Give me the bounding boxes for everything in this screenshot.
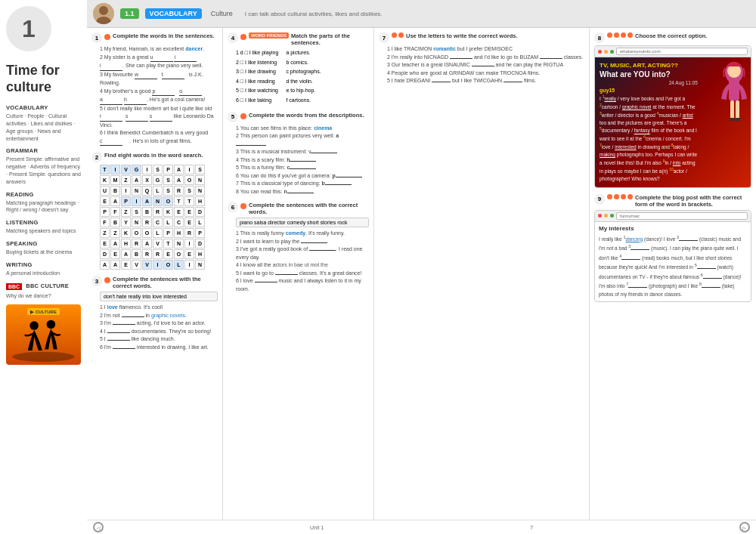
word-search-cell: O: [184, 175, 194, 185]
svg-rect-11: [729, 118, 735, 121]
word-search-cell: T: [100, 165, 110, 174]
exercise-1: 1 Complete the words in the sentences. 1…: [91, 32, 218, 146]
word-search-cell: L: [153, 228, 163, 238]
orange-dot-3: [104, 277, 110, 283]
blog-post: funnymac My interests I really like 1dan…: [594, 210, 751, 303]
orange-dot: [104, 34, 110, 40]
word-search-cell: N: [153, 196, 163, 206]
column-2: 4 WORD FRIENDS Match the parts of the se…: [223, 28, 374, 520]
word-search-cell: O: [142, 228, 152, 238]
svg-point-0: [12, 352, 75, 362]
word-bank-6: piano salsa director comedy short storie…: [236, 218, 369, 227]
footer-unit-label: Unit 1: [310, 525, 324, 530]
lesson-badge: 1.1: [120, 8, 139, 19]
sidebar-grammar: GRAMMAR Present Simple: affirmative and …: [6, 147, 81, 185]
word-search-cell: A: [110, 239, 120, 248]
page: 1 Time for culture VOCABULARY Culture · …: [0, 0, 756, 534]
word-search-cell: N: [195, 260, 205, 270]
word-search-cell: H: [121, 239, 131, 248]
word-search-cell: F: [110, 207, 120, 217]
bbc-logo: BBC: [6, 283, 22, 290]
word-search-cell: R: [153, 207, 163, 217]
browser-mockup: whatareyouinto.com: [594, 45, 751, 188]
header-bar: 1.1 VOCABULARY Culture I can talk about …: [87, 0, 756, 28]
word-search-cell: S: [184, 186, 194, 196]
header-topic: Culture: [211, 10, 233, 17]
word-search-cell: K: [121, 228, 131, 238]
word-search-cell: K: [100, 175, 110, 185]
word-search-cell: A: [142, 239, 152, 248]
exercise-6: 6 Complete the sentences with the correc…: [228, 202, 369, 293]
unit-number: 1: [6, 6, 51, 51]
dot-row-8: [607, 32, 633, 38]
word-search-cell: N: [132, 186, 141, 196]
word-search-cell: C: [153, 218, 163, 227]
browser-bar: whatareyouinto.com: [595, 46, 751, 57]
culture-image: ▶ CULTURE: [6, 304, 81, 365]
word-search-cell: N: [195, 186, 205, 196]
chat-time: 24 Aug 11:05: [600, 80, 698, 85]
word-search-cell: A: [132, 175, 141, 185]
word-search-cell: B: [142, 207, 152, 217]
word-search-cell: A: [110, 196, 120, 206]
word-search-cell: E: [184, 249, 194, 259]
word-search-cell: Z: [121, 207, 131, 217]
word-search-cell: Z: [110, 228, 120, 238]
match-right: a pictures. b comics. c photographs. d t…: [286, 48, 321, 106]
footer-page-num-right: ▷: [739, 522, 750, 532]
word-search-cell: P: [163, 165, 173, 174]
svg-rect-9: [730, 100, 734, 119]
exercise-3: 3 Complete the sentences with the correc…: [91, 276, 218, 351]
page-footer: ◁ Unit 1 7 ▷: [87, 520, 756, 534]
word-search-cell: A: [174, 175, 184, 185]
word-search-cell: N: [132, 218, 141, 227]
exercise-8: 8 Choose the correct option.: [594, 32, 751, 188]
word-search-cell: N: [195, 175, 205, 185]
vocab-badge: VOCABULARY: [145, 8, 202, 19]
footer-page-number: 7: [530, 525, 533, 530]
svg-point-2: [47, 320, 56, 329]
blog-max-dot: [610, 214, 614, 218]
word-search-cell: D: [195, 239, 205, 248]
exercise-4: 4 WORD FRIENDS Match the parts of the se…: [228, 32, 369, 106]
left-sidebar: 1 Time for culture VOCABULARY Culture · …: [0, 0, 87, 534]
word-search-cell: E: [184, 207, 194, 217]
browser-min-dot: [604, 50, 608, 54]
blog-url: funnymac: [616, 212, 748, 220]
word-search-cell: S: [163, 186, 173, 196]
word-search-cell: F: [100, 218, 110, 227]
dot-row-9: [607, 194, 633, 199]
word-search-cell: L: [163, 218, 173, 227]
sidebar-speaking: SPEAKING Buying tickets at the cinema: [6, 240, 81, 256]
word-search-cell: D: [100, 249, 110, 259]
blog-min-dot: [604, 214, 608, 218]
word-search-cell: R: [153, 249, 163, 259]
word-search-cell: Y: [121, 218, 131, 227]
word-search-cell: A: [110, 260, 120, 270]
word-search-cell: B: [132, 249, 141, 259]
word-search-cell: A: [121, 249, 131, 259]
word-search-cell: A: [174, 165, 184, 174]
word-search-cell: V: [142, 260, 152, 270]
orange-dot-5: [240, 113, 246, 119]
svg-rect-8: [729, 78, 739, 100]
word-search-cell: Z: [100, 228, 110, 238]
word-search-cell: O: [132, 228, 141, 238]
word-search-cell: N: [174, 239, 184, 248]
word-search-cell: Z: [121, 175, 131, 185]
word-search-cell: R: [184, 228, 194, 238]
word-search-cell: I: [153, 260, 163, 270]
word-search-cell: L: [174, 260, 184, 270]
blog-bar: funnymac: [595, 211, 751, 222]
match-items: 1 d □ I like playing 2 □ I like listenin…: [236, 48, 369, 106]
column-1: 1 Complete the words in the sentences. 1…: [87, 28, 223, 520]
main-content: 1.1 VOCABULARY Culture I can talk about …: [87, 0, 756, 534]
word-search-cell: I: [132, 196, 141, 206]
word-search-cell: E: [184, 218, 194, 227]
browser-max-dot: [610, 50, 614, 54]
anime-character: [708, 57, 749, 156]
word-search-cell: T: [174, 196, 184, 206]
word-search-cell: L: [153, 186, 163, 196]
exercise-7: 7 Use the letters to write the correct w…: [379, 32, 584, 85]
footer-page-num-left: ◁: [93, 522, 104, 532]
